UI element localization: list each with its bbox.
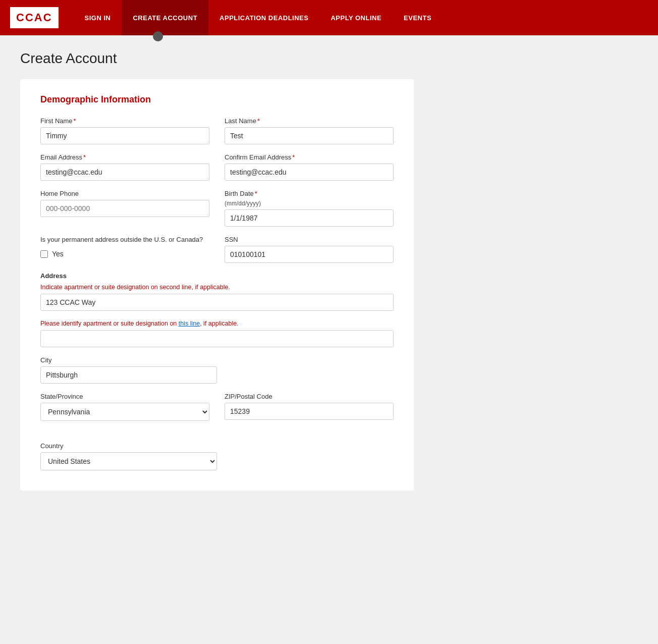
address1-input[interactable] <box>40 294 394 311</box>
email-input[interactable] <box>40 164 209 181</box>
name-row: First Name* Last Name* <box>40 117 394 144</box>
nav-create-account[interactable]: CREATE ACCOUNT <box>122 0 208 35</box>
phone-birth-row: Home Phone Birth Date* (mm/dd/yyyy) <box>40 190 394 227</box>
state-select[interactable]: PennsylvaniaAlabamaAlaskaArizonaArkansas… <box>40 403 209 421</box>
nav-events[interactable]: EVENTS <box>393 0 443 35</box>
birth-date-format: (mm/dd/yyyy) <box>225 200 394 207</box>
home-phone-input[interactable] <box>40 200 209 217</box>
confirm-email-input[interactable] <box>225 164 394 181</box>
home-phone-label: Home Phone <box>40 190 209 197</box>
address-ssn-row: Is your permanent address outside the U.… <box>40 236 394 263</box>
last-name-label: Last Name* <box>225 117 394 125</box>
page-title: Create Account <box>20 50 638 67</box>
yes-checkbox-row: Yes <box>40 250 209 258</box>
address2-input[interactable] <box>40 330 394 347</box>
permanent-address-group: Is your permanent address outside the U.… <box>40 236 209 263</box>
first-name-label: First Name* <box>40 117 209 125</box>
country-select[interactable]: United StatesCanadaMexicoOther <box>40 452 217 470</box>
address1-hint: Indicate apartment or suite designation … <box>40 284 394 291</box>
city-input[interactable] <box>40 366 217 384</box>
zip-group: ZIP/Postal Code <box>225 393 394 421</box>
birth-date-group: Birth Date* (mm/dd/yyyy) <box>225 190 394 227</box>
country-group: Country United StatesCanadaMexicoOther <box>40 442 217 470</box>
confirm-email-label: Confirm Email Address* <box>225 153 394 161</box>
zip-label: ZIP/Postal Code <box>225 393 394 400</box>
nav-sign-in[interactable]: SIGN IN <box>74 0 122 35</box>
page-content: Create Account Demographic Information F… <box>0 35 658 506</box>
city-label: City <box>40 356 217 364</box>
form-card: Demographic Information First Name* Last… <box>20 79 414 491</box>
address2-hint: Please identify apartment or suite desig… <box>40 320 394 327</box>
navigation: CCAC SIGN IN CREATE ACCOUNT APPLICATION … <box>0 0 658 35</box>
email-group: Email Address* <box>40 153 209 181</box>
zip-input[interactable] <box>225 403 394 420</box>
email-row: Email Address* Confirm Email Address* <box>40 153 394 181</box>
logo[interactable]: CCAC <box>10 7 59 28</box>
birth-date-input[interactable] <box>225 209 394 227</box>
email-label: Email Address* <box>40 153 209 161</box>
permanent-address-checkbox[interactable] <box>40 250 48 258</box>
section-title: Demographic Information <box>40 94 394 105</box>
nav-application-deadlines[interactable]: APPLICATION DEADLINES <box>208 0 319 35</box>
confirm-email-group: Confirm Email Address* <box>225 153 394 181</box>
ssn-label: SSN <box>225 236 394 243</box>
ssn-input[interactable] <box>225 246 394 263</box>
address-section-label: Address <box>40 272 394 280</box>
home-phone-group: Home Phone <box>40 190 209 227</box>
city-group: City <box>40 356 217 384</box>
last-name-group: Last Name* <box>225 117 394 144</box>
yes-label: Yes <box>52 250 64 258</box>
nav-items: SIGN IN CREATE ACCOUNT APPLICATION DEADL… <box>74 0 443 35</box>
nav-apply-online[interactable]: APPLY ONLINE <box>319 0 393 35</box>
state-group: State/Province PennsylvaniaAlabamaAlaska… <box>40 393 209 421</box>
state-label: State/Province <box>40 393 209 400</box>
first-name-group: First Name* <box>40 117 209 144</box>
first-name-input[interactable] <box>40 127 209 144</box>
ssn-group: SSN <box>225 236 394 263</box>
state-zip-row: State/Province PennsylvaniaAlabamaAlaska… <box>40 393 394 421</box>
logo-text: CCAC <box>16 11 52 24</box>
birth-date-label: Birth Date* <box>225 190 394 197</box>
address-section: Address Indicate apartment or suite desi… <box>40 272 394 470</box>
country-label: Country <box>40 442 217 450</box>
permanent-address-label: Is your permanent address outside the U.… <box>40 236 209 243</box>
last-name-input[interactable] <box>225 127 394 144</box>
